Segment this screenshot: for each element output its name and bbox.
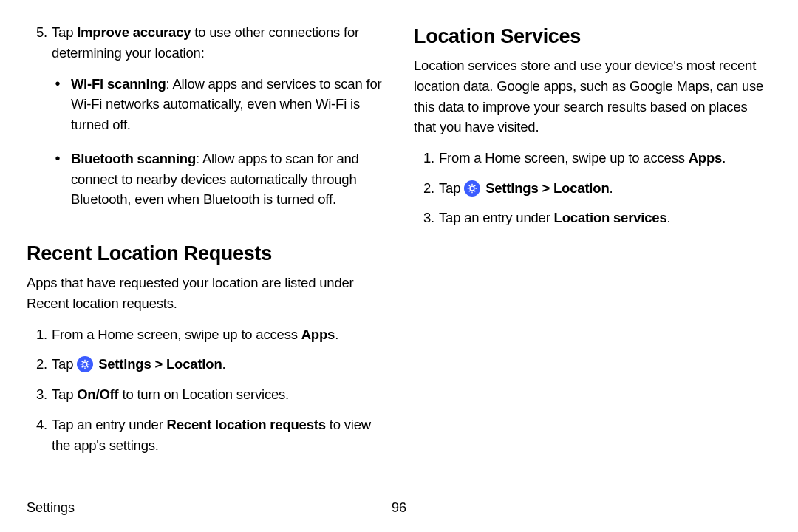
list-item-5: 5. Tap Improve accuracy to use other con… [27, 22, 384, 223]
step-gt: > [151, 356, 166, 372]
bullet-wifi: • Wi-Fi scanning: Allow apps and service… [52, 74, 384, 135]
step-left-4: 4. Tap an entry under Recent location re… [27, 415, 384, 457]
step-location-bold: Location [166, 356, 222, 372]
heading-location-services: Location Services [414, 25, 771, 48]
step-location-bold: Location [553, 180, 609, 196]
step-pre: From a Home screen, swipe up to access [52, 327, 301, 342]
step-body: Tap On/Off to turn on Location services. [52, 384, 384, 406]
item5-body: Tap Improve accuracy to use other connec… [52, 22, 384, 223]
bullet-body: Wi-Fi scanning: Allow apps and services … [71, 74, 384, 135]
footer-page-number: 96 [392, 500, 406, 516]
item5-number: 5. [27, 22, 47, 223]
step-body: Tap Settings > Location. [439, 178, 771, 200]
step-bold: Location services [554, 210, 667, 225]
step-post: . [222, 356, 225, 372]
bullet-body: Bluetooth scanning: Allow apps to scan f… [71, 149, 384, 210]
step-pre: Tap an entry under [439, 210, 554, 225]
bullet-bold: Wi-Fi scanning [71, 76, 166, 92]
step-pre: Tap an entry under [52, 417, 167, 432]
step-number: 2. [27, 354, 47, 375]
step-number: 3. [27, 384, 47, 406]
svg-point-2 [464, 180, 480, 197]
step-post: . [609, 180, 613, 196]
step-pre: Tap [439, 180, 464, 196]
step-number: 2. [414, 178, 434, 200]
bullet-dot-icon: • [52, 149, 64, 210]
bullet-dot-icon: • [52, 74, 64, 135]
settings-icon [77, 356, 93, 372]
left-column: 5. Tap Improve accuracy to use other con… [27, 22, 384, 491]
step-bold: Recent location requests [167, 417, 326, 432]
step-number: 3. [414, 208, 434, 229]
step-body: From a Home screen, swipe up to access A… [52, 324, 384, 346]
step-body: Tap Settings > Location. [52, 354, 384, 375]
step-number: 1. [27, 324, 47, 346]
item5-sub-bullets: • Wi-Fi scanning: Allow apps and service… [52, 74, 384, 211]
page-content: 5. Tap Improve accuracy to use other con… [27, 22, 771, 491]
step-gt: > [539, 180, 553, 196]
step-bold: Apps [301, 327, 335, 342]
right-column: Location Services Location services stor… [414, 22, 771, 491]
step-settings-bold: Settings [98, 356, 151, 372]
step-left-1: 1. From a Home screen, swipe up to acces… [27, 324, 384, 346]
step-pre: Tap [52, 356, 77, 372]
footer-section-label: Settings [27, 500, 75, 516]
step-right-1: 1. From a Home screen, swipe up to acces… [414, 148, 771, 169]
step-right-2: 2. Tap Settings > Location. [414, 178, 771, 200]
bullet-bold: Bluetooth scanning [71, 151, 196, 166]
step-bold: Apps [689, 150, 722, 166]
step-pre: Tap [52, 386, 77, 402]
step-number: 4. [27, 415, 47, 457]
step-bold: On/Off [77, 386, 118, 402]
bullet-bluetooth: • Bluetooth scanning: Allow apps to scan… [52, 149, 384, 210]
step-body: Tap an entry under Location services. [439, 208, 771, 229]
item5-bold: Improve accuracy [77, 24, 191, 40]
para-recent-requests: Apps that have requested your location a… [27, 273, 384, 314]
settings-icon [464, 180, 480, 197]
step-body: From a Home screen, swipe up to access A… [439, 148, 771, 169]
step-post: . [335, 327, 338, 342]
para-location-services: Location services store and use your dev… [414, 55, 771, 137]
step-right-3: 3. Tap an entry under Location services. [414, 208, 771, 229]
step-settings-bold: Settings [485, 180, 538, 196]
step-number: 1. [414, 148, 434, 169]
step-post: . [722, 150, 726, 166]
svg-point-0 [77, 356, 93, 372]
item5-pre: Tap [52, 24, 77, 40]
step-post: . [667, 210, 671, 225]
page-footer: Settings 96 [27, 500, 771, 516]
step-left-3: 3. Tap On/Off to turn on Location servic… [27, 384, 384, 406]
step-body: Tap an entry under Recent location reque… [52, 415, 384, 457]
step-pre: From a Home screen, swipe up to access [439, 150, 689, 166]
step-left-2: 2. Tap Settings > Location. [27, 354, 384, 375]
heading-recent-requests: Recent Location Requests [27, 242, 384, 265]
step-post: to turn on Location services. [119, 386, 290, 402]
